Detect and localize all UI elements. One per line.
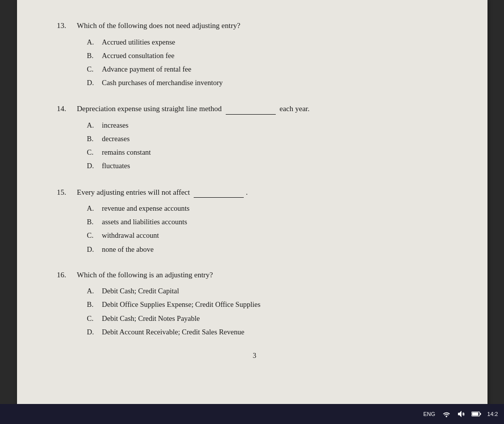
option-item: D.fluctuates <box>87 160 452 172</box>
wifi-icon <box>440 408 452 420</box>
battery-icon <box>470 408 482 420</box>
question-block-16: 16.Which of the following is an adjustin… <box>57 269 452 338</box>
option-item: A.Accrued utilities expense <box>87 37 452 48</box>
options-list-16: A.Debit Cash; Credit CapitalB.Debit Offi… <box>87 285 452 338</box>
option-text: fluctuates <box>102 160 130 172</box>
option-text: increases <box>102 120 129 131</box>
option-letter: A. <box>87 120 102 131</box>
options-list-14: A.increasesB.decreasesC.remains constant… <box>87 120 452 172</box>
question-block-15: 15.Every adjusting entries will not affe… <box>57 186 452 255</box>
question-block-14: 14.Depreciation expense using straight l… <box>57 103 452 172</box>
option-text: Accrued utilities expense <box>102 37 176 48</box>
option-letter: B. <box>87 299 102 310</box>
option-item: A.Debit Cash; Credit Capital <box>87 285 452 297</box>
option-item: C.remains constant <box>87 147 452 158</box>
option-letter: B. <box>87 50 102 62</box>
question-block-13: 13.Which of the following does not need … <box>57 20 452 89</box>
option-text: Debit Cash; Credit Capital <box>102 285 179 297</box>
blank-line-14 <box>226 103 276 115</box>
option-text: remains constant <box>102 147 151 158</box>
option-text: revenue and expense accounts <box>102 203 190 214</box>
option-letter: C. <box>87 313 102 324</box>
option-letter: D. <box>87 326 102 338</box>
question-line-13: 13.Which of the following does not need … <box>57 20 452 32</box>
taskbar-right: ENG <box>423 408 498 420</box>
document-area: 13.Which of the following does not need … <box>17 0 487 424</box>
option-item: C.Debit Cash; Credit Notes Payable <box>87 313 452 324</box>
option-item: B.assets and liabilities accounts <box>87 216 452 228</box>
option-item: A.revenue and expense accounts <box>87 203 452 214</box>
taskbar-time: 14:2 <box>487 411 498 417</box>
option-letter: A. <box>87 285 102 297</box>
question-line-16: 16.Which of the following is an adjustin… <box>57 269 452 281</box>
taskbar-lang: ENG <box>423 411 435 417</box>
option-letter: B. <box>87 133 102 145</box>
option-letter: A. <box>87 37 102 48</box>
question-line-14: 14.Depreciation expense using straight l… <box>57 103 452 115</box>
questions-container: 13.Which of the following does not need … <box>57 20 452 338</box>
option-text: Debit Account Receivable; Credit Sales R… <box>102 326 245 338</box>
question-number-14: 14. <box>57 103 77 115</box>
option-letter: D. <box>87 160 102 172</box>
option-letter: D. <box>87 244 102 255</box>
question-number-16: 16. <box>57 269 77 281</box>
option-letter: B. <box>87 216 102 228</box>
option-letter: A. <box>87 203 102 214</box>
question-text-16: Which of the following is an adjusting e… <box>77 269 213 281</box>
question-number-13: 13. <box>57 20 77 32</box>
option-letter: C. <box>87 147 102 158</box>
option-text: assets and liabilities accounts <box>102 216 187 228</box>
option-item: D.Debit Account Receivable; Credit Sales… <box>87 326 452 338</box>
option-text: Accrued consultation fee <box>102 50 175 62</box>
option-text: decreases <box>102 133 130 145</box>
options-list-15: A.revenue and expense accountsB.assets a… <box>87 203 452 255</box>
page-number: 3 <box>57 352 452 360</box>
option-text: Advance payment of rental fee <box>102 64 192 75</box>
option-letter: D. <box>87 77 102 89</box>
options-list-13: A.Accrued utilities expenseB.Accrued con… <box>87 37 452 89</box>
option-letter: C. <box>87 230 102 241</box>
svg-rect-1 <box>479 413 481 414</box>
question-text-13: Which of the following does not need adj… <box>77 20 241 32</box>
option-letter: C. <box>87 64 102 75</box>
blank-line-15 <box>194 186 244 198</box>
option-item: C.withdrawal account <box>87 230 452 241</box>
option-item: B.Debit Office Supplies Expense; Credit … <box>87 299 452 310</box>
option-text: none of the above <box>102 244 154 255</box>
option-item: D.Cash purchases of merchandise inventor… <box>87 77 452 89</box>
question-line-15: 15.Every adjusting entries will not affe… <box>57 186 452 198</box>
question-number-15: 15. <box>57 187 77 198</box>
option-item: B.Accrued consultation fee <box>87 50 452 62</box>
option-text: Cash purchases of merchandise inventory <box>102 77 223 89</box>
option-item: A.increases <box>87 120 452 131</box>
option-text: withdrawal account <box>102 230 159 241</box>
option-text: Debit Cash; Credit Notes Payable <box>102 313 200 324</box>
option-text: Debit Office Supplies Expense; Credit Of… <box>102 299 261 310</box>
question-text-14: Depreciation expense using straight line… <box>77 103 310 115</box>
taskbar-icons <box>440 408 482 420</box>
option-item: C.Advance payment of rental fee <box>87 64 452 75</box>
option-item: B.decreases <box>87 133 452 145</box>
option-item: D.none of the above <box>87 244 452 255</box>
volume-icon <box>455 408 467 420</box>
taskbar: ENG <box>0 404 504 424</box>
svg-rect-2 <box>472 412 478 415</box>
question-text-15: Every adjusting entries will not affect … <box>77 186 248 198</box>
